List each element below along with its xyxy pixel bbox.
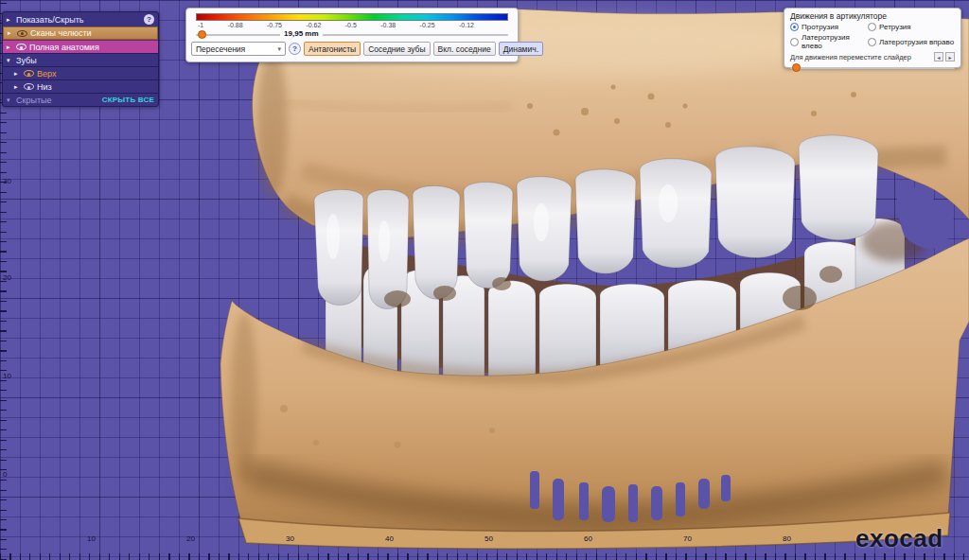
layer-row-jaw-scans[interactable]: ▸ Сканы челюсти	[3, 26, 158, 40]
hidden-label: Скрытые	[16, 96, 52, 105]
layer-label: Верх	[37, 69, 56, 79]
layer-row-lower[interactable]: ▸ Низ	[3, 79, 158, 93]
radio-retrusion[interactable]: Ретрузия	[868, 23, 955, 31]
ruler-label: 10	[87, 534, 96, 543]
radio-label: Ретрузия	[879, 23, 911, 31]
ruler-label: 0	[3, 470, 7, 479]
radio-button-icon[interactable]	[790, 23, 799, 31]
dynamic-button[interactable]: Динамич.	[499, 42, 543, 56]
scale-tick: -0.12	[459, 22, 474, 28]
exocad-logo: exocad	[855, 524, 943, 553]
scale-tick: -0.25	[420, 22, 435, 28]
ruler-label: 40	[385, 534, 394, 543]
radio-label: Протрузия	[802, 23, 838, 31]
antagonists-button[interactable]: Антагонисты	[304, 42, 361, 56]
articulator-slider[interactable]	[790, 62, 955, 73]
slider-hint: Для движения переместите слайдер	[790, 53, 911, 61]
include-adjacent-button[interactable]: Вкл. соседние	[433, 42, 496, 56]
layer-row-full-anatomy[interactable]: ▸ Полная анатомия	[3, 40, 158, 53]
scale-tick: -0.88	[228, 22, 243, 28]
eye-icon[interactable]	[24, 69, 34, 78]
scale-tick: -0.75	[267, 22, 282, 28]
caret-right-icon: ▸	[14, 83, 21, 91]
ruler-label: 60	[584, 534, 592, 543]
step-right-button[interactable]: ▸	[945, 52, 955, 61]
mode-dropdown[interactable]: Пересечения ▾	[191, 42, 286, 56]
radio-protrusion[interactable]: Протрузия	[790, 23, 866, 31]
colorbar-scale: -1 -0.88 -0.75 -0.62 -0.5 -0.38 -0.25 -0…	[198, 22, 474, 28]
radio-label: Латеротрузия влево	[802, 33, 866, 50]
help-icon[interactable]: ?	[144, 14, 154, 25]
layer-label: Полная анатомия	[29, 43, 99, 52]
chevron-down-icon: ▾	[277, 45, 281, 53]
scale-tick: -0.5	[345, 22, 357, 28]
caret-right-icon: ▸	[7, 44, 13, 51]
hidden-section-row[interactable]: ▾ Скрытые СКРЫТЬ ВСЕ	[3, 93, 158, 106]
articulator-slider-handle[interactable]	[792, 63, 801, 72]
ruler-label: 80	[783, 534, 791, 543]
ruler-label: 50	[484, 534, 493, 543]
visibility-panel: ▸ Показать/Скрыть ? ▸ Сканы челюсти ▸ По…	[2, 11, 159, 107]
radio-laterotrusion-left[interactable]: Латеротрузия влево	[790, 33, 866, 50]
section-teeth[interactable]: ▾ Зубы	[3, 53, 158, 66]
ruler-label: 30	[286, 534, 294, 543]
adjacent-teeth-button[interactable]: Соседние зубы	[363, 42, 430, 56]
distance-colorbar	[196, 13, 508, 21]
step-left-button[interactable]: ◂	[934, 52, 943, 61]
caret-down-icon: ▾	[7, 57, 13, 64]
radio-laterotrusion-right[interactable]: Латеротрузия вправо	[868, 33, 955, 50]
hide-all-button[interactable]: СКРЫТЬ ВСЕ	[102, 96, 154, 104]
radio-button-icon[interactable]	[868, 23, 876, 31]
articulator-slider-track[interactable]	[790, 67, 955, 69]
scale-tick: -1	[198, 22, 203, 28]
distance-slider[interactable]: 19,95 mm	[196, 29, 508, 40]
layer-label: Сканы челюсти	[30, 28, 92, 38]
eye-icon[interactable]	[16, 43, 26, 51]
caret-right-icon: ▸	[14, 70, 21, 78]
ruler-label: 70	[683, 534, 692, 543]
radio-button-icon[interactable]	[790, 38, 799, 46]
mode-dropdown-value: Пересечения	[196, 44, 245, 54]
section-label: Зубы	[16, 56, 37, 65]
distance-slider-handle[interactable]	[198, 30, 206, 39]
distance-panel: -1 -0.88 -0.75 -0.62 -0.5 -0.38 -0.25 -0…	[185, 8, 519, 62]
radio-button-icon[interactable]	[868, 38, 876, 46]
eye-icon[interactable]	[17, 29, 27, 38]
layer-row-upper[interactable]: ▸ Верх	[3, 66, 158, 79]
caret-right-icon: ▸	[7, 16, 13, 24]
scale-tick: -0.62	[306, 22, 321, 28]
visibility-panel-header[interactable]: ▸ Показать/Скрыть ?	[3, 12, 158, 26]
ruler-bottom-ticks	[0, 553, 969, 560]
scale-tick: -0.38	[380, 22, 396, 28]
layer-label: Низ	[37, 82, 52, 92]
ruler-label: 20	[186, 534, 195, 543]
distance-slider-track[interactable]	[196, 34, 508, 36]
articulator-panel: Движения в артикуляторе Протрузия Ретруз…	[784, 8, 961, 68]
articulator-panel-title: Движения в артикуляторе	[790, 11, 955, 21]
radio-label: Латеротрузия вправо	[879, 38, 954, 46]
distance-value: 19,95 mm	[280, 29, 322, 38]
ruler-label: 30	[3, 177, 11, 185]
eye-icon[interactable]	[24, 82, 34, 91]
ruler-label: 10	[3, 372, 11, 380]
ruler-label: 20	[3, 273, 11, 282]
help-icon[interactable]: ?	[289, 43, 301, 55]
visibility-panel-title: Показать/Скрыть	[16, 15, 83, 25]
3d-viewport[interactable]: 10 20 30 40 50 60 70 80 30 20 10 0 ▸ Пок…	[0, 0, 969, 560]
caret-down-icon: ▾	[7, 96, 13, 104]
caret-right-icon: ▸	[8, 29, 14, 37]
